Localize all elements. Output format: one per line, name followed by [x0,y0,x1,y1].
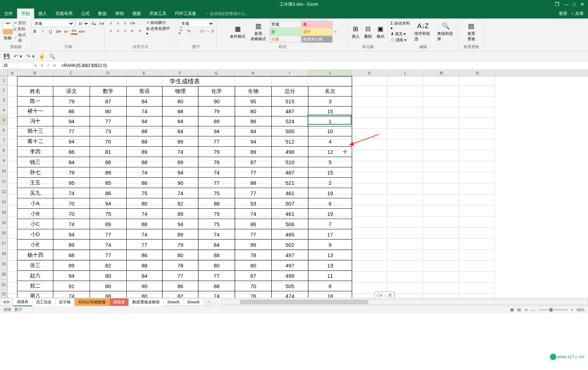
share-link[interactable]: ♀ 共享 [571,11,584,17]
cell[interactable]: 94 [53,116,90,126]
cell[interactable]: 吴九 [17,188,53,198]
cell[interactable]: 77 [198,271,235,281]
cell[interactable]: 505 [272,281,308,291]
close-icon[interactable]: ✕ [580,1,584,7]
cell[interactable]: 79 [53,167,90,178]
tab-data[interactable]: 数据 [94,9,111,19]
cancel-formula-icon[interactable]: ✕ [40,63,44,68]
cell[interactable]: 84 [163,116,198,126]
cell[interactable]: 18 [308,291,352,298]
cell[interactable]: 80 [90,271,127,281]
col-header-E[interactable]: E [126,70,162,76]
cell[interactable]: 87 [235,157,272,167]
cell[interactable]: 79 [198,106,235,116]
fill-color-button[interactable]: ◆▾ [63,28,69,35]
cell[interactable]: 80 [235,260,272,271]
table-format-button[interactable]: ▥套用 表格格式 [249,22,267,42]
view-break-icon[interactable]: ▭ [524,307,528,312]
cell[interactable]: 2 [308,178,352,188]
name-box[interactable]: J5 [1,62,33,69]
cell[interactable]: 77 [90,229,127,240]
row-header-1[interactable]: 1 [0,76,7,85]
sheet-tab-1[interactable]: 成绩表 [13,298,32,306]
sheet-tab-2[interactable]: 员工信息 [32,298,55,306]
autosum-button[interactable]: Σ 自动求和 ▾ [391,21,410,31]
cell[interactable]: 77 [127,240,163,250]
cell[interactable]: 86 [235,116,272,126]
comma-icon[interactable]: , [193,28,199,34]
view-layout-icon[interactable]: ▤ [517,307,521,312]
col-header-C[interactable]: C [53,70,90,76]
format-cell-button[interactable]: ▣格式 [375,25,386,39]
touch-mode-icon[interactable]: ☝ [39,53,45,59]
sort-filter-button[interactable]: A↓Z排序和筛选 [413,22,433,42]
align-top-icon[interactable]: ≡ [108,20,114,26]
cell[interactable]: 13 [308,260,352,271]
zoom-level[interactable]: 90% [577,308,584,312]
cell[interactable]: 94 [163,167,198,178]
sheet-tab-7[interactable]: Sheet5 [163,298,184,305]
fx-icon[interactable]: fx [53,63,56,68]
cell[interactable]: 86 [53,106,90,116]
col-header-I[interactable]: I [271,70,308,76]
tab-file[interactable]: 文件 [0,9,17,19]
cell[interactable]: 小C [17,219,53,229]
cell[interactable]: 79 [198,147,235,157]
save-icon[interactable]: 💾 [4,53,10,59]
cell[interactable]: 94 [163,219,198,229]
cell[interactable]: 86 [127,250,163,260]
find-select-button[interactable]: 🔍查找和选择 [436,22,456,42]
cell[interactable]: 80 [235,106,272,116]
cell[interactable]: 80 [127,198,163,209]
style-neutral[interactable]: 适中 [301,28,333,35]
cell[interactable]: 74 [198,291,235,298]
cell[interactable]: 84 [127,97,163,106]
cell[interactable]: 89 [53,240,90,250]
minimize-icon[interactable]: — [564,1,569,7]
cell[interactable]: 74 [53,291,90,298]
cell[interactable]: 74 [163,147,198,157]
col-header-L[interactable]: L [388,70,424,76]
cell[interactable]: 73 [90,126,127,136]
cell[interactable]: 521 [272,178,308,188]
insert-cell-button[interactable]: ⊞插入 [350,25,361,39]
increase-font-icon[interactable]: A▴ [91,20,97,27]
cell[interactable]: 张三 [17,260,53,271]
row-header-20[interactable]: 20 [0,269,7,280]
cell[interactable]: 89 [127,147,163,157]
copy-button[interactable]: ⎘复制 [14,26,29,32]
border-button[interactable]: ⊞▾ [55,28,62,35]
decrease-font-icon[interactable]: A▾ [99,20,105,27]
sheet-tab-4[interactable]: XXX公司销售额 [74,298,110,306]
cell[interactable]: 82 [163,291,198,298]
cell[interactable]: 485 [272,229,308,240]
style-calc[interactable]: 计算 [270,36,301,43]
cell[interactable]: 77 [235,229,272,240]
cell[interactable]: 88 [127,260,163,271]
cell[interactable]: 79 [163,240,198,250]
cell[interactable]: 74 [127,229,163,240]
cell[interactable]: 74 [53,219,90,229]
cell[interactable]: 5 [308,157,352,167]
align-bottom-icon[interactable]: ≡ [122,20,128,26]
cell[interactable]: 461 [272,209,308,219]
cell[interactable]: 84 [235,126,272,136]
cell[interactable]: 孙七 [17,167,53,178]
cell[interactable]: 11 [308,271,352,281]
style-normal[interactable]: 常规 [270,21,301,28]
cell[interactable]: 74 [53,188,90,198]
cell[interactable]: 77 [90,116,127,126]
sheet-nav-next-icon[interactable]: ▶ [7,299,10,304]
outdent-icon[interactable]: ⇤ [129,27,136,34]
cell[interactable]: 74 [127,106,163,116]
row-header-5[interactable]: 5 [0,115,7,125]
cell[interactable]: 韩十三 [17,126,53,136]
merge-center-button[interactable]: ⊟ 合并后居中 ▾ [146,26,173,36]
cell[interactable]: 88 [53,250,90,260]
cell[interactable]: 小B [17,209,53,219]
cell[interactable]: 王五 [17,178,53,188]
cell[interactable]: 86 [90,157,127,167]
cell[interactable]: 70 [53,198,90,209]
cell[interactable]: 94 [127,116,163,126]
sheet-tab-5[interactable]: 课程表 [109,298,129,306]
